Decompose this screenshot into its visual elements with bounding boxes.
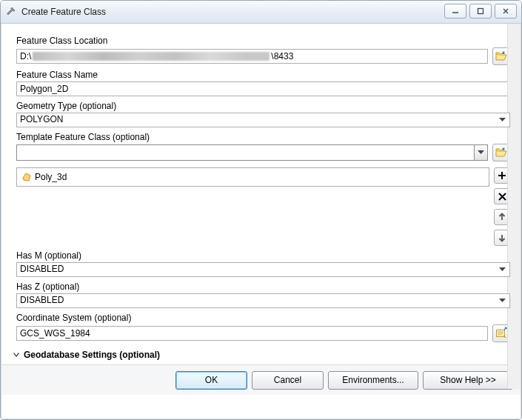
- dialog-window: Create Feature Class Feature Class Locat…: [0, 0, 522, 420]
- dialog-body: Feature Class Location D:\ \8433 Feature…: [1, 24, 521, 419]
- location-path-redacted: [33, 52, 270, 61]
- svg-rect-1: [478, 9, 483, 14]
- chevron-down-icon: [497, 114, 508, 126]
- hasm-select[interactable]: DISABLED: [16, 262, 510, 277]
- location-label: Feature Class Location: [16, 36, 510, 46]
- template-label: Template Feature Class (optional): [16, 132, 510, 142]
- geometry-type-label: Geometry Type (optional): [16, 101, 510, 111]
- location-input[interactable]: D:\ \8433: [16, 49, 488, 64]
- cancel-button-label: Cancel: [274, 375, 301, 385]
- location-path-prefix: D:\: [20, 51, 31, 61]
- dialog-footer: OK Cancel Environments... Show Help >>: [1, 364, 521, 395]
- hasz-value: DISABLED: [20, 295, 64, 305]
- environments-button-label: Environments...: [342, 375, 404, 385]
- open-folder-icon: [495, 51, 507, 61]
- chevron-down-icon: [497, 264, 508, 276]
- chevron-down-icon: [474, 145, 487, 160]
- close-button[interactable]: [495, 4, 517, 19]
- ok-button-label: OK: [205, 375, 218, 385]
- hasz-select[interactable]: DISABLED: [16, 293, 510, 308]
- crs-label: Coordinate System (optional): [16, 313, 510, 323]
- title-bar[interactable]: Create Feature Class: [1, 1, 521, 24]
- hasm-value: DISABLED: [20, 264, 64, 274]
- open-folder-icon: [495, 147, 507, 158]
- hammer-icon: [5, 6, 17, 18]
- location-path-suffix: \8433: [271, 51, 293, 61]
- name-label: Feature Class Name: [16, 70, 510, 80]
- geometry-type-value: POLYGON: [20, 114, 63, 124]
- environments-button[interactable]: Environments...: [328, 371, 418, 390]
- arrow-down-icon: [498, 233, 506, 242]
- ok-button[interactable]: OK: [175, 371, 247, 390]
- content-area: Feature Class Location D:\ \8433 Feature…: [1, 24, 521, 364]
- crs-input[interactable]: [16, 326, 488, 341]
- template-listbox[interactable]: Poly_3d: [16, 167, 489, 187]
- window-title: Create Feature Class: [21, 7, 106, 17]
- hasz-label: Has Z (optional): [16, 281, 510, 292]
- chevron-down-icon: [12, 350, 21, 359]
- minimize-button[interactable]: [444, 4, 466, 19]
- template-combo[interactable]: [16, 144, 488, 161]
- maximize-button[interactable]: [469, 4, 492, 19]
- show-help-button[interactable]: Show Help >>: [423, 371, 513, 390]
- list-item-label: Poly_3d: [35, 172, 67, 182]
- geodatabase-settings-expander[interactable]: Geodatabase Settings (optional): [12, 350, 510, 360]
- arrow-up-icon: [498, 213, 506, 221]
- geometry-type-select[interactable]: POLYGON: [16, 113, 510, 127]
- expander-label: Geodatabase Settings (optional): [24, 350, 160, 360]
- window-controls: [444, 4, 517, 19]
- name-input[interactable]: [16, 81, 510, 96]
- list-item[interactable]: Poly_3d: [21, 171, 484, 183]
- cancel-button[interactable]: Cancel: [252, 371, 324, 390]
- vertical-scrollbar[interactable]: [507, 24, 521, 389]
- crs-browse-icon: [495, 327, 507, 339]
- chevron-down-icon: [497, 295, 508, 307]
- show-help-button-label: Show Help >>: [440, 375, 495, 385]
- hasm-label: Has M (optional): [16, 250, 510, 261]
- x-icon: [498, 193, 506, 201]
- plus-icon: [498, 171, 506, 180]
- polygon-fc-icon: [21, 172, 32, 182]
